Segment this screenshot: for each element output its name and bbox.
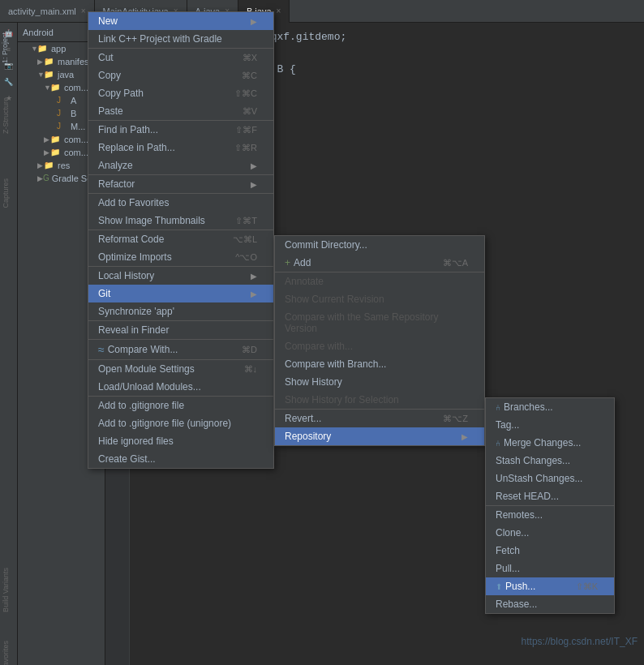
sidebar-build-icon[interactable]: 🔧 — [2, 75, 16, 89]
shortcut-add: ⌘⌥A — [443, 258, 468, 268]
ctx-item-analyze[interactable]: Analyze ▶ — [88, 157, 273, 174]
shortcut-optimize: ^⌥O — [235, 252, 257, 263]
favorites-label[interactable]: Favorites — [2, 641, 10, 665]
ctx-git-repository[interactable]: Repository ▶ — [275, 427, 484, 445]
ctx-repo-branches[interactable]: ⑃ Branches... — [486, 398, 614, 416]
ctx-git-compare-same-repo: Compare with the Same Repository Version — [275, 308, 484, 337]
ctx-repo-pull[interactable]: Pull... — [486, 560, 614, 577]
ctx-item-module-settings[interactable]: Open Module Settings ⌘↓ — [88, 359, 273, 378]
ctx-item-find-in-path[interactable]: Find in Path... ⇧⌘F — [88, 120, 273, 139]
ctx-item-show-thumbnails[interactable]: Show Image Thumbnails ⇧⌘T — [88, 212, 273, 230]
ctx-git-show-history[interactable]: Show History — [275, 373, 484, 391]
ctx-git-commit-dir[interactable]: Commit Directory... — [275, 236, 484, 254]
ctx-repo-reset-head[interactable]: Reset HEAD... — [486, 487, 614, 505]
context-menu-main: New ▶ Link C++ Project with Gradle Cut ⌘… — [88, 11, 274, 469]
ctx-item-optimize-imports[interactable]: Optimize Imports ^⌥O — [88, 248, 273, 266]
ctx-git-show-revision: Show Current Revision — [275, 290, 484, 308]
shortcut-copy-path: ⇧⌘C — [234, 88, 257, 99]
ctx-item-reformat[interactable]: Reformat Code ⌥⌘L — [88, 230, 273, 248]
shortcut-cut: ⌘X — [243, 53, 257, 63]
shortcut-compare: ⌘D — [242, 345, 257, 355]
ctx-repo-remotes[interactable]: Remotes... — [486, 505, 614, 524]
add-icon: + — [285, 257, 290, 268]
ctx-repo-push[interactable]: ⬆ Push... ⇧⌘K — [486, 577, 614, 595]
shortcut-find: ⇧⌘F — [235, 125, 257, 135]
arrow-analyze: ▶ — [251, 161, 257, 170]
shortcut-module: ⌘↓ — [244, 364, 258, 375]
ctx-git-add[interactable]: + Add ⌘⌥A — [275, 254, 484, 272]
ctx-item-copy[interactable]: Copy ⌘C — [88, 66, 273, 84]
ctx-item-add-gitignore-unignore[interactable]: Add to .gitignore file (unignore) — [88, 414, 273, 432]
ctx-item-load-unload[interactable]: Load/Unload Modules... — [88, 378, 273, 396]
ctx-repo-tag[interactable]: Tag... — [486, 416, 614, 434]
arrow-git: ▶ — [251, 290, 257, 298]
ctx-repo-clone[interactable]: Clone... — [486, 524, 614, 542]
ctx-git-revert[interactable]: Revert... ⌘⌥Z — [275, 409, 484, 427]
captures-label[interactable]: Captures — [2, 178, 10, 208]
ctx-item-create-gist[interactable]: Create Gist... — [88, 450, 273, 468]
ctx-item-git[interactable]: Git ▶ — [88, 285, 273, 302]
ctx-item-cut[interactable]: Cut ⌘X — [88, 48, 273, 66]
ctx-item-replace-in-path[interactable]: Replace in Path... ⇧⌘R — [88, 139, 273, 157]
build-variants-label[interactable]: Build Variants — [2, 568, 10, 612]
tab-activity-main[interactable]: activity_main.xml × — [0, 0, 95, 23]
compare-icon: ≈ — [98, 343, 105, 356]
push-icon: ⬆ — [496, 582, 502, 591]
project-label[interactable]: 1: Project — [1, 32, 9, 63]
ctx-item-add-gitignore[interactable]: Add to .gitignore file — [88, 396, 273, 414]
ctx-item-add-favorites[interactable]: Add to Favorites — [88, 193, 273, 212]
arrow-repository: ▶ — [462, 432, 468, 441]
ctx-git-annotate: Annotate — [275, 272, 484, 290]
shortcut-paste: ⌘V — [243, 106, 257, 117]
ctx-repo-unstash[interactable]: UnStash Changes... — [486, 470, 614, 487]
shortcut-replace: ⇧⌘R — [234, 143, 257, 153]
ctx-item-local-history[interactable]: Local History ▶ — [88, 266, 273, 285]
context-menu-git: Commit Directory... + Add ⌘⌥A Annotate S… — [274, 235, 485, 446]
shortcut-reformat: ⌥⌘L — [233, 234, 257, 245]
arrow-local-history: ▶ — [251, 272, 257, 281]
ctx-item-new[interactable]: New ▶ — [88, 12, 273, 30]
ctx-item-copy-path[interactable]: Copy Path ⇧⌘C — [88, 84, 273, 102]
ctx-item-link-cpp[interactable]: Link C++ Project with Gradle — [88, 30, 273, 48]
ctx-item-refactor[interactable]: Refactor ▶ — [88, 174, 273, 193]
ctx-repo-fetch[interactable]: Fetch — [486, 542, 614, 560]
ctx-repo-stash[interactable]: Stash Changes... — [486, 452, 614, 470]
structure-label[interactable]: Z-Structure — [2, 97, 10, 134]
ctx-item-hide-ignored[interactable]: Hide ignored files — [88, 432, 273, 450]
ctx-git-compare-with: Compare with... — [275, 337, 484, 355]
context-menu-repository: ⑃ Branches... Tag... ⑃ Merge Changes... … — [485, 397, 615, 614]
ctx-git-compare-branch[interactable]: Compare with Branch... — [275, 355, 484, 373]
ctx-repo-rebase[interactable]: Rebase... — [486, 595, 614, 613]
shortcut-copy: ⌘C — [242, 71, 257, 81]
watermark: https://blog.csdn.net/IT_XF — [522, 636, 638, 647]
shortcut-revert: ⌘⌥Z — [443, 414, 468, 424]
branch-icon: ⑃ — [496, 403, 500, 412]
ctx-repo-merge[interactable]: ⑃ Merge Changes... — [486, 434, 614, 452]
merge-icon: ⑃ — [496, 439, 500, 448]
ctx-item-paste[interactable]: Paste ⌘V — [88, 102, 273, 120]
tab-close-b-java[interactable]: × — [277, 6, 281, 15]
ctx-git-show-history-selection: Show History for Selection — [275, 391, 484, 409]
ctx-item-reveal-finder[interactable]: Reveal in Finder — [88, 320, 273, 339]
shortcut-thumbnails: ⇧⌘T — [235, 216, 257, 226]
tab-close-activity-main[interactable]: × — [81, 6, 86, 15]
shortcut-push: ⇧⌘K — [576, 581, 598, 592]
ctx-item-synchronize[interactable]: Synchronize 'app' — [88, 302, 273, 320]
arrow-refactor: ▶ — [251, 180, 257, 189]
ctx-item-compare-with[interactable]: ≈ Compare With... ⌘D — [88, 339, 273, 359]
arrow-new: ▶ — [251, 17, 257, 26]
